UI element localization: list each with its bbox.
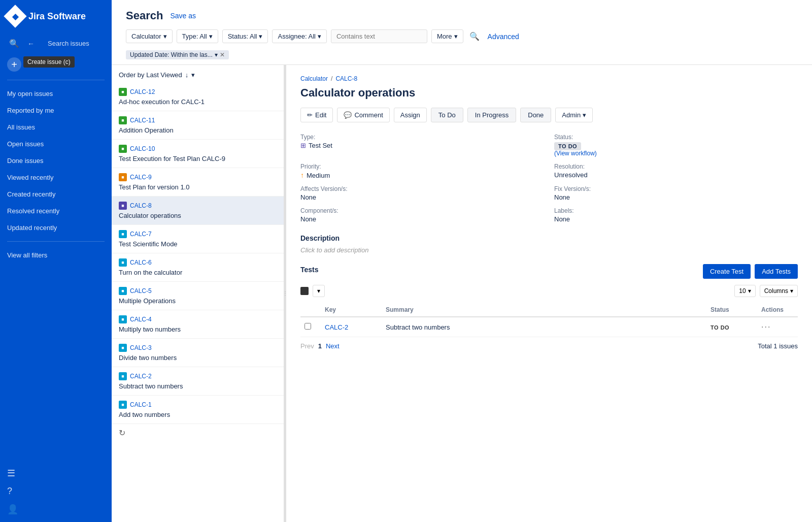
- search-button[interactable]: 🔍: [467, 29, 482, 43]
- select-all-checkbox[interactable]: [300, 287, 309, 295]
- in-progress-button[interactable]: In Progress: [467, 108, 516, 122]
- page-number: 1: [318, 342, 322, 350]
- columns-label: Columns: [764, 287, 788, 295]
- columns-dropdown[interactable]: Columns ▾: [760, 285, 798, 297]
- list-item[interactable]: ■ CALC-10 Test Execution for Test Plan C…: [112, 140, 284, 168]
- assignee-filter[interactable]: Assignee: All ▾: [272, 29, 326, 43]
- type-field: Type: ⊞ Test Set: [300, 134, 544, 157]
- sidebar-item-my-open-issues[interactable]: My open issues: [0, 85, 112, 102]
- refresh-icon[interactable]: ↻: [112, 424, 284, 442]
- table-controls: ▾ 10 ▾ Columns ▾: [300, 285, 798, 297]
- list-item[interactable]: ■ CALC-8 Calculator operations: [112, 197, 284, 225]
- list-item[interactable]: ■ CALC-7 Test Scientific Mode: [112, 225, 284, 253]
- menu-icon[interactable]: ☰: [7, 468, 105, 479]
- components-value: None: [300, 215, 544, 223]
- resolution-label: Resolution:: [554, 163, 798, 170]
- admin-button[interactable]: Admin ▾: [555, 108, 593, 122]
- pagination-nav: Prev 1 Next: [300, 342, 340, 350]
- sidebar-item-done-issues[interactable]: Done issues: [0, 152, 112, 169]
- help-icon[interactable]: ?: [7, 486, 105, 497]
- back-button[interactable]: ←: [25, 38, 37, 50]
- row-key-cell: CALC-2: [321, 323, 382, 331]
- table-controls-left: ▾: [300, 285, 325, 297]
- issue-type-icon: ■: [119, 344, 127, 352]
- list-item[interactable]: ■ CALC-4 Multiply two numbers: [112, 310, 284, 339]
- more-filter-label: More: [437, 32, 452, 40]
- add-tests-button[interactable]: Add Tests: [755, 264, 798, 279]
- chevron-down-icon: ▾: [163, 32, 167, 40]
- tests-header: Tests Create Test Add Tests: [300, 264, 798, 279]
- sidebar-item-created-recently[interactable]: Created recently: [0, 186, 112, 203]
- sidebar-item-view-all-filters[interactable]: View all filters: [0, 247, 112, 264]
- status-badge: TO DO: [554, 142, 581, 150]
- sidebar-item-reported-by-me[interactable]: Reported by me: [0, 102, 112, 119]
- breadcrumb-issue[interactable]: CALC-8: [335, 75, 357, 82]
- breadcrumb-project[interactable]: Calculator: [300, 75, 328, 82]
- sidebar-item-viewed-recently[interactable]: Viewed recently: [0, 169, 112, 186]
- type-label: Type:: [300, 134, 544, 141]
- create-issue-button[interactable]: +: [7, 57, 21, 72]
- chevron-down-icon: ▾: [209, 32, 213, 40]
- row-checkbox-cell: [300, 323, 321, 331]
- sidebar-item-updated-recently[interactable]: Updated recently: [0, 219, 112, 236]
- sidebar-item-all-issues[interactable]: All issues: [0, 119, 112, 136]
- advanced-link[interactable]: Advanced: [488, 32, 519, 41]
- contains-text-input[interactable]: [331, 29, 427, 43]
- more-filter[interactable]: More ▾: [431, 29, 463, 43]
- edit-button[interactable]: ✏ Edit: [300, 108, 333, 122]
- select-dropdown[interactable]: ▾: [313, 285, 325, 297]
- order-by-control[interactable]: Order by Last Viewed ↓ ▾: [112, 65, 284, 83]
- detail-panel: Calculator / CALC-8 Calculator operation…: [286, 65, 812, 522]
- create-test-button[interactable]: Create Test: [703, 264, 751, 279]
- prev-button[interactable]: Prev: [300, 342, 314, 350]
- active-filter-label: Updated Date: Within the las...: [130, 51, 213, 58]
- list-item[interactable]: ■ CALC-9 Test Plan for version 1.0: [112, 168, 284, 197]
- save-as-button[interactable]: Save as: [170, 12, 196, 20]
- row-actions-menu[interactable]: ···: [761, 322, 771, 331]
- comment-label: Comment: [354, 111, 383, 119]
- assign-button[interactable]: Assign: [394, 108, 427, 122]
- edit-label: Edit: [315, 111, 326, 119]
- per-page-dropdown[interactable]: 10 ▾: [734, 285, 755, 297]
- type-filter[interactable]: Type: All ▾: [177, 29, 218, 43]
- issue-key: CALC-6: [130, 259, 152, 266]
- status-filter[interactable]: Status: All ▾: [222, 29, 268, 43]
- next-button[interactable]: Next: [326, 342, 340, 350]
- issue-summary: Addition Operation: [119, 126, 277, 134]
- list-item[interactable]: ■ CALC-11 Addition Operation: [112, 111, 284, 140]
- list-item[interactable]: ■ CALC-2 Subtract two numbers: [112, 367, 284, 396]
- view-workflow-link[interactable]: (View workflow): [554, 150, 798, 157]
- issue-key: CALC-8: [130, 202, 152, 209]
- issue-type-icon: ■: [119, 315, 127, 323]
- pagination-row: Prev 1 Next Total 1 issues: [300, 337, 798, 355]
- priority-icon: ↑: [300, 171, 304, 179]
- tests-actions: Create Test Add Tests: [703, 264, 798, 279]
- user-icon[interactable]: 👤: [7, 504, 105, 515]
- list-item[interactable]: ■ CALC-12 Ad-hoc execution for CALC-1: [112, 83, 284, 111]
- row-status-cell: TO DO: [706, 323, 757, 331]
- description-title: Description: [300, 234, 798, 242]
- description-placeholder[interactable]: Click to add description: [300, 246, 798, 254]
- priority-label: Priority:: [300, 163, 544, 170]
- search-icon-button[interactable]: 🔍: [7, 37, 21, 50]
- row-checkbox[interactable]: [304, 323, 311, 330]
- issue-list-container: ■ CALC-12 Ad-hoc execution for CALC-1 ■ …: [112, 83, 284, 424]
- project-filter[interactable]: Calculator ▾: [126, 29, 173, 43]
- remove-filter-button[interactable]: ✕: [220, 51, 225, 58]
- comment-button[interactable]: 💬 Comment: [337, 108, 389, 122]
- issue-type-icon: ■: [119, 173, 127, 181]
- issue-type-icon: ■: [119, 258, 127, 267]
- sidebar-divider-1: [7, 80, 105, 80]
- list-item[interactable]: ■ CALC-6 Turn on the calculator: [112, 253, 284, 282]
- issue-type-icon: ■: [119, 145, 127, 153]
- row-key-link[interactable]: CALC-2: [325, 323, 348, 331]
- sidebar-item-resolved-recently[interactable]: Resolved recently: [0, 203, 112, 219]
- todo-button[interactable]: To Do: [431, 108, 463, 122]
- fix-field: Fix Version/s: None: [554, 185, 798, 201]
- list-item[interactable]: ■ CALC-1 Add two numbers: [112, 396, 284, 424]
- breadcrumb: Calculator / CALC-8: [300, 75, 798, 82]
- list-item[interactable]: ■ CALC-3 Divide two numbers: [112, 339, 284, 367]
- list-item[interactable]: ■ CALC-5 Multiple Operations: [112, 282, 284, 310]
- done-button[interactable]: Done: [520, 108, 551, 122]
- sidebar-item-open-issues[interactable]: Open issues: [0, 136, 112, 152]
